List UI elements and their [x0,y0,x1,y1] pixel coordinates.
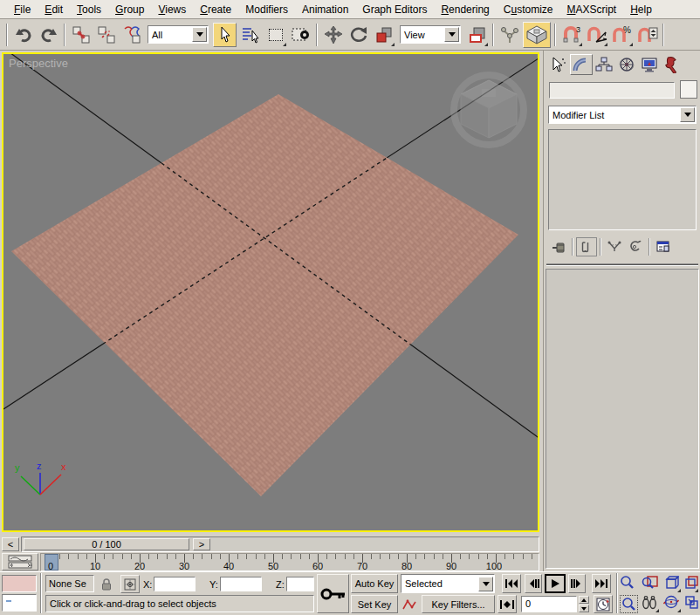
use-pivot-point-center-button[interactable] [465,23,489,47]
menu-help[interactable]: Help [623,2,659,17]
track-bar-ruler[interactable]: 0 10 20 30 40 50 60 70 80 90 100 [40,553,539,571]
select-and-rotate-button[interactable] [347,23,370,47]
go-to-end-button[interactable] [592,574,611,593]
reference-coordinate-system-dropdown[interactable]: View [400,25,461,44]
maxscript-macro-recorder-field[interactable] [2,575,37,592]
z-coordinate-field[interactable] [286,577,314,591]
default-in-out-tangents-button[interactable] [401,595,418,613]
menu-edit[interactable]: Edit [38,2,70,17]
current-frame-field[interactable]: 0 [521,596,577,612]
select-and-manipulate-button[interactable] [498,23,521,47]
select-and-link-button[interactable] [69,23,93,47]
pin-stack-button[interactable] [548,237,569,256]
menu-tools[interactable]: Tools [70,2,108,17]
tab-hierarchy[interactable] [593,54,615,75]
key-filters-button[interactable]: Key Filters... [422,595,495,613]
select-and-scale-button[interactable] [372,23,395,47]
set-key-button[interactable]: Set Key [351,595,398,613]
menu-modifiers[interactable]: Modifiers [238,2,295,17]
view-cube[interactable] [454,75,524,145]
show-end-result-button[interactable] [576,237,597,256]
region-zoom-button[interactable] [620,595,638,613]
snaps-toggle-button[interactable]: 3 [559,23,583,47]
dropdown-arrow-icon[interactable] [444,27,459,42]
window-crossing-toggle-button[interactable] [289,23,312,47]
select-by-name-button[interactable] [238,23,262,47]
tab-create[interactable] [547,54,570,75]
unlink-selection-button[interactable] [94,23,118,47]
viewport-canvas: z y x [3,54,538,530]
auto-key-button[interactable]: Auto Key [351,574,398,593]
cube-icon [525,24,548,45]
time-slider-track[interactable]: 0 / 100 > [21,536,539,552]
object-color-swatch[interactable] [680,80,697,99]
menu-views[interactable]: Views [151,2,193,17]
time-slider-handle[interactable]: 0 / 100 [24,538,189,550]
zoom-extents-button[interactable] [663,575,682,593]
configure-modifier-sets-button[interactable] [653,237,674,256]
rectangular-selection-region-button[interactable] [264,23,287,47]
frame-spinner[interactable] [579,596,589,612]
open-mini-curve-editor-button[interactable] [2,553,38,571]
menu-group[interactable]: Group [108,2,151,17]
angle-snap-toggle-button[interactable] [585,23,608,47]
menu-create[interactable]: Create [193,2,238,17]
selection-lock-toggle[interactable] [98,576,115,592]
tab-motion[interactable] [615,54,638,75]
ruler-tick: 40 [217,561,240,571]
modifier-stack-list[interactable] [548,129,697,230]
toolbar-separator [600,238,601,256]
tab-display[interactable] [638,54,661,75]
y-coordinate-field[interactable] [220,577,262,591]
coordinate-system-value: View [401,30,443,40]
redo-button[interactable] [37,23,60,47]
maximize-viewport-toggle[interactable] [684,595,699,613]
play-animation-button[interactable] [545,574,566,593]
key-mode-toggle-button[interactable] [498,595,517,613]
time-slider-next-button[interactable]: > [193,538,210,550]
next-frame-button[interactable] [568,574,586,593]
dropdown-arrow-icon[interactable] [192,27,207,42]
undo-button[interactable] [11,23,35,47]
keyboard-shortcut-override-toggle[interactable] [523,22,551,48]
motion-icon [618,56,635,73]
spinner-snap-toggle-button[interactable] [635,23,659,47]
modifier-list-dropdown[interactable]: Modifier List [548,106,697,124]
select-and-move-button[interactable] [321,23,345,47]
dropdown-arrow-icon[interactable] [478,577,493,591]
time-configuration-button[interactable] [594,595,613,613]
tab-modify[interactable] [570,54,593,75]
time-slider-prev-button[interactable]: < [2,537,19,551]
select-object-button[interactable] [213,23,237,47]
dropdown-arrow-icon[interactable] [680,107,695,122]
magnet-spinner-icon [636,25,659,44]
bind-to-space-warp-button[interactable] [120,23,143,47]
go-to-start-button[interactable] [502,574,521,593]
previous-frame-button[interactable] [525,574,542,593]
menu-file[interactable]: File [7,2,38,17]
key-mode-dropdown[interactable]: Selected [401,574,495,593]
zoom-button[interactable] [620,575,638,593]
menu-customize[interactable]: Customize [497,2,560,17]
object-name-field[interactable] [549,82,675,99]
perspective-viewport[interactable]: z y x Perspective [2,52,539,532]
key-mode-icon [500,599,514,610]
zoom-extents-all-button[interactable] [684,575,699,593]
menu-rendering[interactable]: Rendering [434,2,496,17]
percent-snap-toggle-button[interactable]: % [610,23,634,47]
menu-maxscript[interactable]: MAXScript [560,2,624,17]
tab-utilities[interactable] [661,54,683,75]
zoom-all-button[interactable] [642,575,660,593]
make-unique-button[interactable] [604,237,625,256]
selection-filter-dropdown[interactable]: All [148,25,209,44]
remove-modifier-button[interactable] [625,237,646,256]
pan-view-button[interactable] [642,595,660,613]
set-keys-button[interactable] [317,574,349,613]
maxscript-mini-listener-field[interactable] [2,594,37,612]
arc-rotate-button[interactable] [663,595,682,613]
x-coordinate-field[interactable] [154,577,196,591]
menu-graph-editors[interactable]: Graph Editors [355,2,434,17]
menu-animation[interactable]: Animation [295,2,355,17]
viewport-label[interactable]: Perspective [9,57,68,70]
absolute-offset-mode-toggle[interactable] [120,575,140,593]
